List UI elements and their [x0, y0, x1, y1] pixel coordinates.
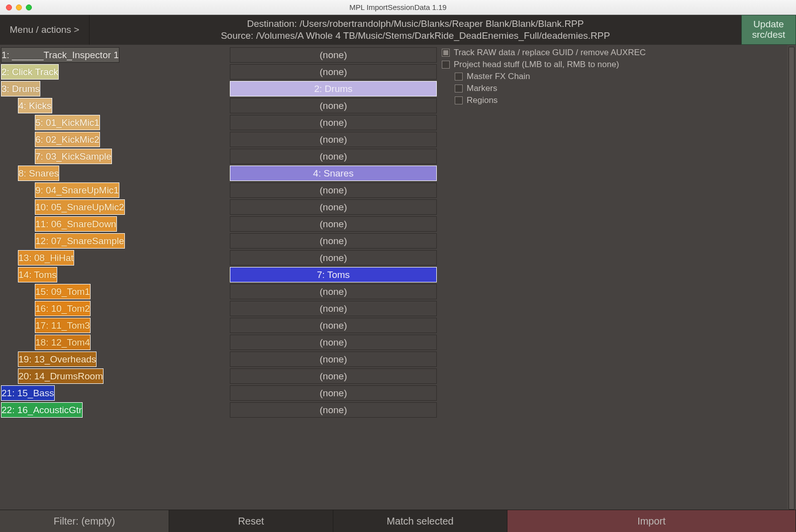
destination-track-row: (none): [229, 97, 438, 114]
destination-track-cell[interactable]: (none): [230, 182, 437, 198]
reset-button[interactable]: Reset: [169, 510, 333, 532]
destination-track-cell[interactable]: (none): [230, 402, 437, 418]
source-track-row: 3: Drums: [0, 81, 229, 97]
source-track-row: 10: 05_SnareUpMic2: [0, 199, 229, 216]
filter-button[interactable]: Filter: (empty): [0, 510, 169, 532]
source-track-cell[interactable]: 15: 09_Tom1: [35, 284, 91, 299]
source-track-cell[interactable]: 14: Toms: [18, 267, 57, 282]
source-track-row: 16: 10_Tom2: [0, 300, 229, 317]
source-track-cell[interactable]: 11: 06_SnareDown: [35, 216, 117, 232]
source-track-cell[interactable]: 12: 07_SnareSample: [35, 233, 125, 249]
option-raw-data[interactable]: Track RAW data / replace GUID / remove A…: [442, 47, 784, 59]
zoom-icon[interactable]: [26, 4, 32, 10]
destination-track-row: (none): [229, 182, 438, 199]
source-track-row: 5: 01_KickMic1: [0, 114, 229, 131]
source-track-cell[interactable]: 1: ______Track_Inspector 1: [1, 47, 119, 63]
source-track-cell[interactable]: 2: Click Track: [1, 64, 59, 80]
checkbox-icon[interactable]: [455, 73, 463, 81]
source-track-cell[interactable]: 13: 08_HiHat: [18, 250, 74, 266]
destination-track-row: (none): [229, 385, 438, 402]
destination-track-cell[interactable]: (none): [230, 98, 437, 113]
destination-track-cell[interactable]: (none): [230, 149, 437, 164]
checkbox-icon[interactable]: [455, 96, 463, 104]
source-track-row: 22: 16_AcousticGtr: [0, 402, 229, 419]
destination-track-cell[interactable]: (none): [230, 233, 437, 249]
destination-track-row: (none): [229, 283, 438, 300]
destination-track-row: (none): [229, 250, 438, 266]
destination-track-cell[interactable]: (none): [230, 199, 437, 215]
destination-track-row: (none): [229, 233, 438, 250]
destination-track-cell[interactable]: (none): [230, 368, 437, 384]
scrollbar-thumb[interactable]: [789, 47, 795, 510]
destination-track-row: 4: Snares: [229, 165, 438, 182]
destination-track-cell[interactable]: (none): [230, 352, 437, 367]
option-regions[interactable]: Regions: [442, 94, 784, 106]
destination-track-cell[interactable]: (none): [230, 64, 437, 80]
destination-track-cell[interactable]: (none): [230, 301, 437, 316]
destination-track-row: (none): [229, 351, 438, 368]
source-track-cell[interactable]: 7: 03_KickSample: [35, 149, 112, 164]
source-track-row: 19: 13_Overheads: [0, 351, 229, 368]
main-area: 1: ______Track_Inspector 12: Click Track…: [0, 45, 796, 510]
source-track-cell[interactable]: 18: 12_Tom4: [35, 335, 91, 350]
source-track-cell[interactable]: 21: 15_Bass: [1, 385, 55, 401]
source-track-cell[interactable]: 3: Drums: [1, 81, 40, 96]
destination-track-cell[interactable]: (none): [230, 385, 437, 401]
source-track-row: 13: 08_HiHat: [0, 250, 229, 266]
scrollbar-track[interactable]: [787, 45, 796, 510]
destination-track-cell[interactable]: (none): [230, 132, 437, 147]
source-track-row: 12: 07_SnareSample: [0, 233, 229, 250]
source-track-row: 15: 09_Tom1: [0, 283, 229, 300]
source-tracks-column: 1: ______Track_Inspector 12: Click Track…: [0, 45, 229, 510]
source-track-cell[interactable]: 16: 10_Tom2: [35, 301, 91, 316]
destination-track-cell-matched[interactable]: 7: Toms: [230, 267, 437, 282]
source-track-row: 9: 04_SnareUpMic1: [0, 182, 229, 199]
menu-actions-button[interactable]: Menu / actions >: [0, 15, 90, 45]
destination-track-cell[interactable]: (none): [230, 335, 437, 350]
destination-track-cell[interactable]: (none): [230, 250, 437, 266]
destination-track-cell[interactable]: (none): [230, 115, 437, 130]
paths-display: Destination: /Users/robertrandolph/Music…: [90, 15, 741, 45]
destination-track-cell[interactable]: (none): [230, 216, 437, 232]
update-src-dest-button[interactable]: Update src/dest: [741, 15, 796, 45]
destination-track-row: (none): [229, 402, 438, 419]
destination-track-cell-matched[interactable]: 2: Drums: [230, 81, 437, 96]
destination-track-row: (none): [229, 64, 438, 81]
destination-track-row: (none): [229, 114, 438, 131]
close-icon[interactable]: [6, 4, 12, 10]
destination-track-row: (none): [229, 317, 438, 334]
destination-track-cell-matched[interactable]: 4: Snares: [230, 166, 437, 181]
source-track-row: 6: 02_KickMic2: [0, 131, 229, 148]
source-track-cell[interactable]: 17: 11_Tom3: [35, 318, 91, 333]
destination-track-row: (none): [229, 131, 438, 148]
checkbox-icon[interactable]: [442, 61, 450, 69]
source-track-cell[interactable]: 9: 04_SnareUpMic1: [35, 182, 119, 198]
source-track-cell[interactable]: 20: 14_DrumsRoom: [18, 368, 103, 384]
source-track-row: 1: ______Track_Inspector 1: [0, 47, 229, 64]
import-button[interactable]: Import: [507, 510, 796, 532]
checkbox-icon[interactable]: [442, 49, 450, 57]
destination-track-row: (none): [229, 216, 438, 233]
source-track-cell[interactable]: 8: Snares: [18, 166, 59, 181]
destination-track-cell[interactable]: (none): [230, 284, 437, 299]
destination-track-row: (none): [229, 47, 438, 64]
source-track-cell[interactable]: 4: Kicks: [18, 98, 52, 113]
source-track-cell[interactable]: 19: 13_Overheads: [18, 352, 97, 367]
option-master-fx-chain[interactable]: Master FX Chain: [442, 71, 784, 83]
match-selected-button[interactable]: Match selected: [333, 510, 507, 532]
option-markers[interactable]: Markers: [442, 83, 784, 94]
minimize-icon[interactable]: [16, 4, 22, 10]
option-project-head[interactable]: Project head stuff (LMB to all, RMB to n…: [442, 59, 784, 71]
destination-tracks-column: (none)(none)2: Drums(none)(none)(none)(n…: [229, 45, 438, 510]
window-titlebar: MPL ImportSessionData 1.19: [0, 0, 796, 15]
source-track-row: 14: Toms: [0, 266, 229, 283]
destination-track-cell[interactable]: (none): [230, 47, 437, 63]
source-track-cell[interactable]: 22: 16_AcousticGtr: [1, 402, 83, 418]
source-track-cell[interactable]: 10: 05_SnareUpMic2: [35, 199, 125, 215]
checkbox-icon[interactable]: [455, 85, 463, 92]
source-track-row: 4: Kicks: [0, 97, 229, 114]
source-track-cell[interactable]: 6: 02_KickMic2: [35, 132, 100, 147]
destination-track-cell[interactable]: (none): [230, 318, 437, 333]
destination-track-row: (none): [229, 368, 438, 385]
source-track-cell[interactable]: 5: 01_KickMic1: [35, 115, 100, 130]
